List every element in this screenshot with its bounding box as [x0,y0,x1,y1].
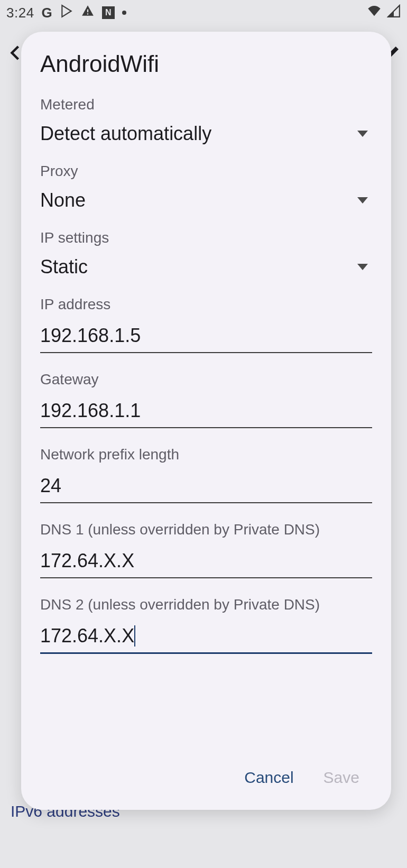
text-cursor-icon [134,625,135,647]
dropdown-caret-icon [357,197,368,204]
ip-address-input[interactable] [40,322,372,349]
proxy-value: None [40,189,86,211]
dns2-input[interactable]: 172.64.X.X [40,623,372,654]
ip-settings-label: IP settings [40,229,372,246]
gateway-input[interactable] [40,398,372,424]
proxy-dropdown[interactable]: None [40,189,372,211]
google-icon: G [42,5,52,21]
gateway-label: Gateway [40,371,372,388]
app-badge-icon: N [102,6,115,19]
dropdown-caret-icon [357,131,368,137]
dns2-field: DNS 2 (unless overridden by Private DNS)… [40,596,372,654]
wifi-icon [367,4,382,22]
ip-address-field: IP address [40,296,372,353]
dns2-label: DNS 2 (unless overridden by Private DNS) [40,596,372,613]
save-button[interactable]: Save [321,764,362,791]
status-bar: 3:24 G N [0,0,407,25]
ip-address-label: IP address [40,296,372,313]
metered-label: Metered [40,96,372,113]
metered-field: Metered Detect automatically [40,96,372,145]
dialog-buttons: Cancel Save [40,754,372,799]
status-left: 3:24 G N [6,4,126,22]
metered-dropdown[interactable]: Detect automatically [40,123,372,145]
ip-settings-dropdown[interactable]: Static [40,256,372,278]
proxy-field: Proxy None [40,163,372,211]
status-right [367,4,401,22]
more-notifications-icon [122,11,126,15]
cell-signal-icon [387,4,401,22]
dialog-title: AndroidWifi [40,51,372,77]
ip-settings-field: IP settings Static [40,229,372,278]
warning-icon [81,4,95,22]
proxy-label: Proxy [40,163,372,180]
wifi-edit-dialog: AndroidWifi Metered Detect automatically… [21,32,391,810]
dns1-label: DNS 1 (unless overridden by Private DNS) [40,521,372,538]
svg-rect-0 [87,9,88,12]
dns1-input[interactable] [40,548,372,574]
dropdown-caret-icon [357,264,368,270]
dns2-value: 172.64.X.X [40,625,134,647]
play-store-icon [60,4,73,22]
gateway-field: Gateway [40,371,372,428]
prefix-length-field: Network prefix length [40,446,372,503]
dns1-field: DNS 1 (unless overridden by Private DNS) [40,521,372,578]
status-time: 3:24 [6,5,34,21]
prefix-length-label: Network prefix length [40,446,372,463]
cancel-button[interactable]: Cancel [242,764,295,791]
svg-rect-1 [87,13,88,14]
metered-value: Detect automatically [40,123,211,145]
dialog-content: Metered Detect automatically Proxy None … [40,96,372,754]
ip-settings-value: Static [40,256,88,278]
prefix-length-input[interactable] [40,473,372,499]
